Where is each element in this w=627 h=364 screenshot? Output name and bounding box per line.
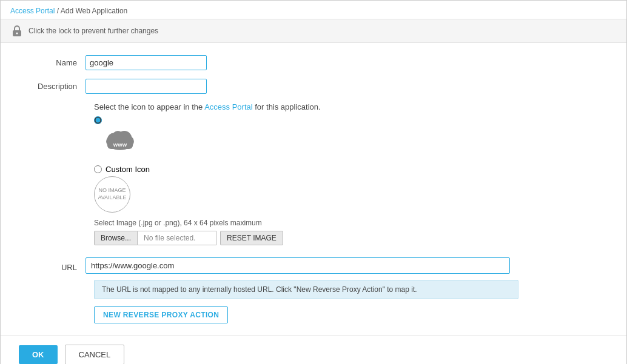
default-icon-radio-row (94, 116, 608, 124)
name-row: Name (19, 55, 608, 70)
no-image-placeholder: NO IMAGEAVAILABLE (94, 176, 130, 213)
svg-point-1 (16, 33, 18, 35)
svg-point-5 (113, 131, 124, 142)
name-label: Name (19, 55, 86, 67)
name-input[interactable] (86, 55, 207, 70)
default-icon-radio[interactable] (94, 116, 102, 124)
icon-select-text: Select the icon to appear in the Access … (94, 102, 608, 111)
breadcrumb-separator: / (57, 7, 59, 15)
reset-image-button[interactable]: RESET IMAGE (220, 231, 283, 245)
url-input[interactable] (86, 257, 510, 274)
file-name-display: No file selected. (138, 231, 216, 245)
description-input[interactable] (86, 79, 207, 94)
browse-button[interactable]: Browse... (94, 231, 138, 245)
custom-icon-label: Custom Icon (106, 165, 150, 174)
lock-bar-text: Click the lock to prevent further change… (29, 27, 158, 35)
url-row: URL (19, 257, 608, 274)
lock-icon (10, 24, 24, 38)
description-label: Description (19, 79, 86, 91)
default-icon-image: WWW (104, 127, 608, 155)
custom-icon-radio[interactable] (94, 165, 102, 173)
custom-icon-radio-row: Custom Icon (94, 165, 608, 174)
url-info-box: The URL is not mapped to any internally … (94, 280, 518, 299)
custom-icon-section: NO IMAGEAVAILABLE Select Image (.jpg or … (94, 176, 608, 245)
cancel-button[interactable]: CANCEL (65, 345, 125, 364)
app-window: Access Portal / Add Web Application Clic… (0, 0, 627, 364)
ok-button[interactable]: OK (19, 345, 58, 364)
form-area: Name Description Select the icon to appe… (1, 43, 626, 336)
url-label: URL (19, 260, 86, 272)
new-reverse-proxy-button[interactable]: NEW REVERSE PROXY ACTION (94, 306, 228, 323)
description-row: Description (19, 79, 608, 94)
www-cloud-icon: WWW (104, 127, 136, 153)
image-select-text: Select Image (.jpg or .png), 64 x 64 pix… (94, 219, 608, 227)
svg-text:WWW: WWW (113, 142, 127, 148)
lock-bar[interactable]: Click the lock to prevent further change… (1, 19, 626, 43)
access-portal-link[interactable]: Access Portal (204, 102, 252, 111)
breadcrumb-current: Add Web Application (61, 7, 128, 15)
url-section: URL The URL is not mapped to any interna… (19, 257, 608, 323)
breadcrumb: Access Portal / Add Web Application (1, 1, 626, 19)
file-row: Browse... No file selected. RESET IMAGE (94, 231, 608, 245)
footer: OK CANCEL (1, 336, 626, 364)
breadcrumb-link[interactable]: Access Portal (10, 7, 55, 15)
